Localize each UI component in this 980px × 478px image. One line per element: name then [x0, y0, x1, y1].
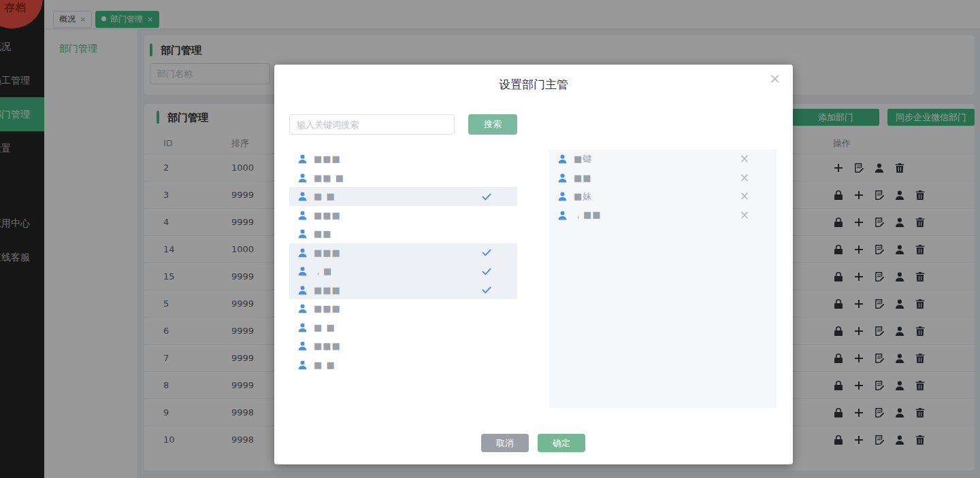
candidate-row[interactable]: ■■■: [289, 243, 517, 262]
check-icon: [481, 247, 492, 258]
remove-icon[interactable]: ×: [740, 209, 749, 221]
person-icon: [557, 191, 568, 201]
person-icon: [297, 303, 308, 313]
selected-name: ■键: [574, 153, 592, 165]
candidate-row[interactable]: ■■■: [289, 281, 517, 300]
search-button[interactable]: 搜索: [468, 114, 517, 135]
person-icon: [557, 210, 568, 220]
candidate-row[interactable]: ，■: [289, 262, 517, 281]
candidate-name: ■■■: [314, 303, 341, 313]
dialog-close-icon[interactable]: ×: [769, 71, 781, 85]
check-icon: [481, 191, 492, 202]
person-icon: [297, 341, 308, 351]
candidate-name: ■■ ■: [314, 173, 344, 183]
selected-row: ■妹 ×: [549, 187, 777, 206]
remove-icon[interactable]: ×: [740, 172, 749, 184]
person-icon: [297, 322, 308, 332]
candidate-name: ■ ■: [314, 360, 336, 370]
confirm-button[interactable]: 确定: [538, 434, 585, 452]
person-icon: [297, 154, 308, 164]
candidate-row[interactable]: ■ ■: [289, 318, 517, 337]
candidate-name: ■■■: [314, 341, 341, 351]
candidate-name: ，■: [314, 265, 332, 277]
selected-name: ■■: [574, 173, 592, 183]
person-icon: [557, 173, 568, 183]
candidate-name: ■■■: [314, 154, 341, 164]
remove-icon[interactable]: ×: [740, 153, 749, 165]
selected-list: ■键 × ■■ × ■妹 × ，■■ ×: [549, 150, 777, 408]
selected-row: ，■■ ×: [549, 206, 777, 225]
person-icon: [297, 173, 308, 183]
remove-icon[interactable]: ×: [740, 190, 749, 202]
candidate-row[interactable]: ■■■: [289, 206, 517, 225]
candidate-row[interactable]: ■■: [289, 224, 517, 243]
person-icon: [297, 266, 308, 276]
keyword-search-input[interactable]: [289, 114, 455, 135]
selected-name: ，■■: [574, 209, 602, 221]
selected-row: ■键 ×: [549, 150, 777, 169]
candidate-name: ■■■: [314, 247, 341, 258]
person-icon: [557, 154, 568, 164]
candidate-name: ■■■: [314, 285, 341, 295]
candidate-row[interactable]: ■ ■: [289, 187, 517, 206]
person-icon: [297, 210, 308, 220]
candidate-row[interactable]: ■■■: [289, 337, 517, 356]
set-manager-dialog: 设置部门主管 × 搜索 ■■■ ■■ ■ ■ ■ ■■■ ■■ ■■■ ，■ ■…: [274, 65, 793, 464]
person-icon: [297, 285, 308, 295]
dialog-title: 设置部门主管: [274, 77, 793, 92]
check-icon: [481, 266, 492, 277]
person-icon: [297, 360, 308, 370]
candidate-row[interactable]: ■ ■: [289, 356, 517, 375]
person-icon: [297, 228, 308, 239]
candidate-name: ■■: [314, 228, 332, 239]
candidate-name: ■ ■: [314, 322, 336, 332]
cancel-button[interactable]: 取消: [481, 434, 529, 452]
selected-name: ■妹: [574, 190, 592, 203]
person-icon: [297, 247, 308, 258]
person-icon: [297, 191, 308, 201]
candidate-name: ■■■: [314, 210, 341, 220]
candidate-row[interactable]: ■■■: [289, 150, 517, 169]
candidate-row[interactable]: ■■■: [289, 299, 517, 318]
candidate-row[interactable]: ■■ ■: [289, 169, 517, 188]
candidate-list: ■■■ ■■ ■ ■ ■ ■■■ ■■ ■■■ ，■ ■■■ ■■■ ■ ■: [289, 150, 517, 408]
selected-row: ■■ ×: [549, 169, 777, 188]
check-icon: [481, 284, 492, 295]
candidate-name: ■ ■: [314, 191, 336, 201]
